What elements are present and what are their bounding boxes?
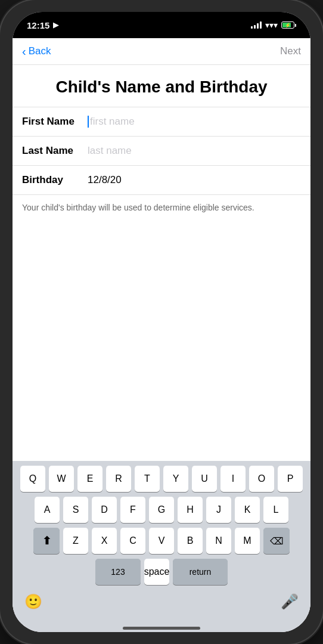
key-l[interactable]: L [263,497,288,523]
back-label: Back [29,45,51,57]
keyboard-row-3: ⬆ Z X C V B N M ⌫ [15,528,308,554]
shift-icon: ⬆ [42,534,51,547]
backspace-icon: ⌫ [270,535,284,547]
first-name-input[interactable]: first name [88,116,301,128]
return-label: return [190,567,212,577]
key-a[interactable]: A [35,497,60,523]
keyboard-bottom-row: 123 space return [15,559,308,585]
last-name-input[interactable]: last name [88,145,301,157]
phone-screen: 12:15 ▶ ▾▾▾ ⚡ [13,12,310,632]
first-name-label: First Name [22,116,88,128]
text-cursor [88,116,89,128]
key-q[interactable]: Q [20,466,45,492]
first-name-placeholder: first name [90,116,135,127]
key-f[interactable]: F [120,497,145,523]
home-indicator-area [13,622,310,632]
status-time: 12:15 ▶ [27,20,58,30]
next-label: Next [280,45,301,57]
form-fields: First Name first name Last Name last nam… [13,107,310,196]
form-content: Child's Name and Birthday First Name fir… [13,65,310,461]
key-n[interactable]: N [206,528,231,554]
first-name-row: First Name first name [13,107,310,137]
birthday-row: Birthday 12/8/20 [13,166,310,195]
home-bar [123,627,200,630]
return-key[interactable]: return [173,559,228,585]
numbers-key[interactable]: 123 [95,559,141,585]
keyboard-row-1: Q W E R T Y U I O P [15,466,308,492]
last-name-label: Last Name [22,145,88,157]
app-content: ‹ Back Next Child's Name and Birthday Fi… [13,38,310,632]
location-icon: ▶ [53,21,58,29]
key-i[interactable]: I [220,466,246,492]
key-t[interactable]: T [135,466,160,492]
key-j[interactable]: J [206,497,231,523]
key-v[interactable]: V [149,528,174,554]
key-o[interactable]: O [249,466,274,492]
last-name-row: Last Name last name [13,137,310,166]
status-icons: ▾▾▾ ⚡ [251,20,296,30]
signal-icon [251,21,262,29]
microphone-icon[interactable]: 🎤 [281,593,299,610]
key-x[interactable]: X [92,528,117,554]
back-button[interactable]: ‹ Back [22,45,51,57]
space-label: space [144,566,170,577]
helper-text: Your child's birthday will be used to de… [13,195,310,226]
key-g[interactable]: G [149,497,174,523]
space-key[interactable]: space [144,559,169,585]
keyboard: Q W E R T Y U I O P A S D F G [13,461,310,589]
key-h[interactable]: H [178,497,203,523]
key-k[interactable]: K [235,497,260,523]
keyboard-accessory-bar: 🙂 🎤 [13,589,310,622]
birthday-label: Birthday [22,174,88,186]
phone-frame: 12:15 ▶ ▾▾▾ ⚡ [0,0,323,644]
key-m[interactable]: M [235,528,260,554]
form-title: Child's Name and Birthday [13,65,310,107]
key-z[interactable]: Z [63,528,88,554]
birthday-input[interactable]: 12/8/20 [88,174,301,186]
key-w[interactable]: W [49,466,74,492]
key-s[interactable]: S [63,497,88,523]
shift-key[interactable]: ⬆ [33,528,60,554]
key-u[interactable]: U [192,466,217,492]
nav-bar: ‹ Back Next [13,38,310,65]
key-p[interactable]: P [278,466,303,492]
chevron-left-icon: ‹ [22,45,26,57]
emoji-icon[interactable]: 🙂 [24,593,42,610]
key-c[interactable]: C [120,528,145,554]
status-bar: 12:15 ▶ ▾▾▾ ⚡ [13,12,310,38]
key-d[interactable]: D [92,497,117,523]
key-e[interactable]: E [77,466,103,492]
battery-icon: ⚡ [281,21,296,29]
keyboard-row-2: A S D F G H J K L [15,497,308,523]
key-r[interactable]: R [106,466,131,492]
wifi-icon: ▾▾▾ [265,20,278,30]
key-y[interactable]: Y [163,466,188,492]
next-button[interactable]: Next [280,45,301,57]
key-b[interactable]: B [178,528,203,554]
numbers-label: 123 [111,567,125,577]
birthday-value: 12/8/20 [88,174,122,185]
backspace-key[interactable]: ⌫ [263,528,290,554]
time-display: 12:15 [27,20,49,30]
last-name-placeholder: last name [88,145,132,156]
